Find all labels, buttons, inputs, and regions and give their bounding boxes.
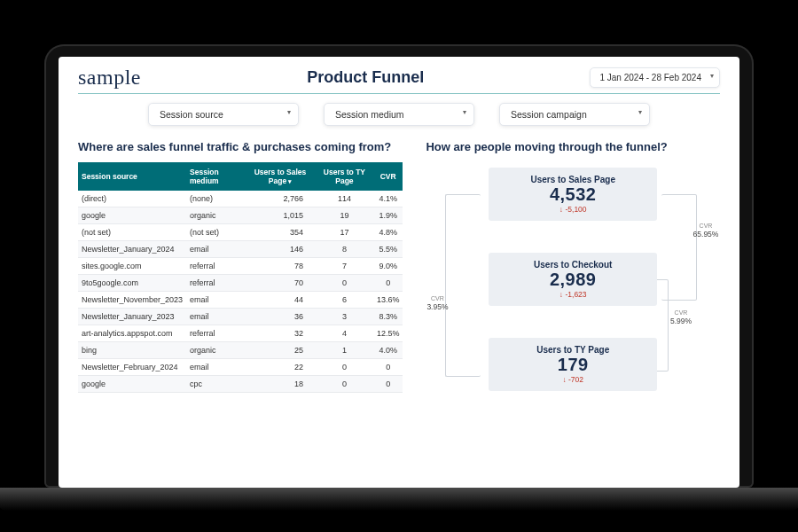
table-row[interactable]: (not set)(not set)354174.8% (78, 224, 403, 241)
cvr-left: CVR 3.95% (422, 295, 452, 311)
table-row[interactable]: googlecpc1800 (78, 376, 403, 393)
header-divider (78, 93, 720, 94)
cell-medium: email (186, 241, 245, 258)
cell-medium: referral (186, 275, 245, 292)
cell-medium: organic (186, 207, 245, 224)
main-content: Where are sales funnel traffic & purchas… (78, 140, 720, 428)
cell-source: art-analytics.appspot.com (78, 325, 186, 342)
cell-sales: 25 (245, 342, 316, 359)
table-row[interactable]: Newsletter_November_2023email44613.6% (78, 292, 403, 309)
cell-medium: cpc (186, 376, 245, 393)
cell-cvr: 4.0% (373, 342, 403, 359)
col-users-sales[interactable]: Users to Sales Page (245, 162, 316, 191)
funnel-stage-ty-page: Users to TY Page 179 -702 (489, 338, 657, 391)
cell-sales: 70 (245, 275, 316, 292)
table-header-row: Session source Session medium Users to S… (78, 162, 403, 191)
brand-logo: sample (78, 66, 141, 90)
cell-sales: 354 (245, 224, 316, 241)
date-range-picker[interactable]: 1 Jan 2024 - 28 Feb 2024 (590, 67, 720, 88)
col-session-medium[interactable]: Session medium (186, 162, 245, 191)
cell-ty: 4 (316, 325, 373, 342)
cell-sales: 36 (245, 309, 316, 325)
cell-source: google (78, 376, 186, 393)
cell-ty: 17 (316, 224, 373, 241)
table-section-title: Where are sales funnel traffic & purchas… (78, 140, 403, 153)
cell-medium: (not set) (186, 224, 245, 241)
filter-session-medium[interactable]: Session medium (324, 103, 474, 126)
funnel-stage-sales-page: Users to Sales Page 4,532 -5,100 (489, 168, 657, 221)
cell-medium: email (186, 292, 245, 309)
col-cvr[interactable]: CVR (373, 162, 403, 191)
table-row[interactable]: art-analytics.appspot.comreferral32412.5… (78, 325, 403, 342)
stage-delta: -702 (494, 375, 652, 384)
page-title: Product Funnel (307, 68, 424, 87)
stage-value: 4,532 (494, 184, 652, 205)
cell-cvr: 8.3% (373, 309, 403, 325)
cell-ty: 3 (316, 309, 373, 325)
table-row[interactable]: googleorganic1,015191.9% (78, 207, 403, 224)
table-row[interactable]: sites.google.comreferral7879.0% (78, 258, 403, 275)
cell-medium: (none) (186, 191, 245, 207)
cell-cvr: 9.0% (373, 258, 403, 275)
cell-source: sites.google.com (78, 258, 186, 275)
cell-source: 9to5google.com (78, 275, 186, 292)
cell-source: Newsletter_January_2024 (78, 241, 186, 258)
cell-ty: 8 (316, 241, 373, 258)
cell-source: google (78, 207, 186, 224)
table-row[interactable]: Newsletter_January_2024email14685.5% (78, 241, 403, 258)
cell-source: bing (78, 342, 186, 359)
table-row[interactable]: (direct)(none)2,7661144.1% (78, 191, 403, 207)
cell-medium: organic (186, 342, 245, 359)
table-row[interactable]: Newsletter_February_2024email2200 (78, 359, 403, 376)
laptop-frame: sample Product Funnel 1 Jan 2024 - 28 Fe… (44, 44, 754, 488)
table-row[interactable]: 9to5google.comreferral7000 (78, 275, 403, 292)
funnel-diagram: Users to Sales Page 4,532 -5,100 Users t… (426, 162, 720, 428)
cell-medium: referral (186, 258, 245, 275)
filter-session-campaign[interactable]: Session campaign (499, 103, 650, 126)
traffic-table: Session source Session medium Users to S… (78, 162, 403, 393)
stage-delta: -5,100 (494, 205, 652, 214)
cell-cvr: 13.6% (373, 292, 403, 309)
connector-line (445, 194, 481, 377)
cell-sales: 44 (245, 292, 316, 309)
filter-session-source[interactable]: Session source (148, 103, 299, 126)
stage-delta: -1,623 (494, 290, 652, 299)
cell-sales: 18 (245, 376, 316, 393)
table-row[interactable]: bingorganic2514.0% (78, 342, 403, 359)
cell-cvr: 12.5% (373, 325, 403, 342)
cell-cvr: 0 (373, 359, 403, 376)
cell-ty: 7 (316, 258, 373, 275)
stage-value: 2,989 (494, 270, 652, 290)
cvr-overall: CVR 65.95% (686, 223, 725, 239)
cell-source: (direct) (78, 191, 186, 207)
cell-ty: 6 (316, 292, 373, 309)
cell-ty: 114 (316, 191, 373, 207)
cell-source: Newsletter_November_2023 (78, 292, 186, 309)
col-session-source[interactable]: Session source (78, 162, 186, 191)
cell-ty: 0 (316, 275, 373, 292)
col-users-ty[interactable]: Users to TY Page (316, 162, 373, 191)
cell-source: Newsletter_January_2023 (78, 309, 186, 325)
cell-cvr: 4.1% (373, 191, 403, 207)
cell-cvr: 5.5% (373, 241, 403, 258)
stage-label: Users to Checkout (494, 260, 652, 270)
stage-label: Users to TY Page (494, 345, 652, 355)
cell-sales: 1,015 (245, 207, 316, 224)
cell-ty: 19 (316, 207, 373, 224)
cell-source: Newsletter_February_2024 (78, 359, 186, 376)
cell-cvr: 4.8% (373, 224, 403, 241)
traffic-table-section: Where are sales funnel traffic & purchas… (78, 140, 403, 428)
header: sample Product Funnel 1 Jan 2024 - 28 Fe… (78, 66, 720, 90)
dashboard-screen: sample Product Funnel 1 Jan 2024 - 28 Fe… (59, 57, 739, 488)
cell-source: (not set) (78, 224, 186, 241)
cell-ty: 0 (316, 376, 373, 393)
funnel-section-title: How are people moving through the funnel… (426, 140, 720, 153)
cell-sales: 78 (245, 258, 316, 275)
cell-medium: email (186, 309, 245, 325)
cvr-mid: CVR 5.99% (661, 309, 700, 325)
table-row[interactable]: Newsletter_January_2023email3638.3% (78, 309, 403, 325)
cell-sales: 22 (245, 359, 316, 376)
funnel-stage-checkout: Users to Checkout 2,989 -1,623 (489, 253, 657, 306)
cell-ty: 1 (316, 342, 373, 359)
cell-sales: 146 (245, 241, 316, 258)
